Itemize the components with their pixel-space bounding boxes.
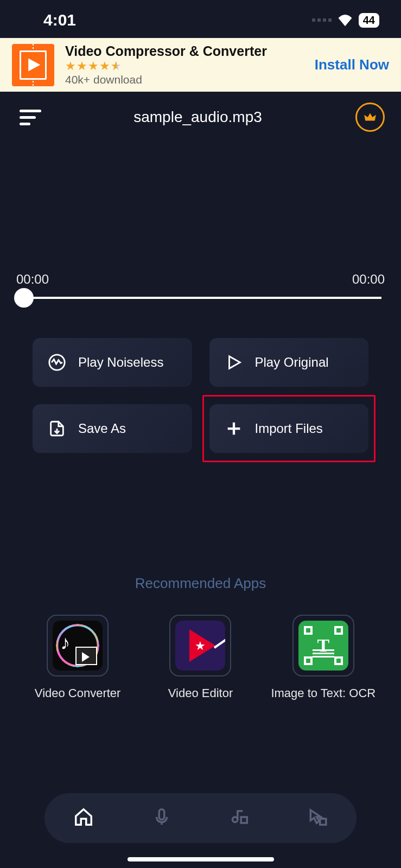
status-time: 4:01 [43, 11, 76, 29]
ad-app-icon [12, 44, 54, 86]
plus-icon [225, 419, 243, 438]
play-original-button[interactable]: Play Original [209, 338, 369, 387]
ad-text: Video Compressor & Converter ★★★★★ 40k+ … [65, 43, 304, 86]
app-name: Video Converter [35, 686, 121, 700]
menu-icon[interactable] [16, 107, 40, 127]
cursor-folder-icon [307, 807, 328, 827]
mic-icon [151, 807, 172, 827]
bottom-nav [44, 793, 357, 843]
import-files-label: Import Files [255, 421, 323, 436]
video-editor-icon: ★ [175, 621, 225, 671]
recommended-app-video-editor[interactable]: ★ Video Editor [146, 615, 254, 700]
ad-banner[interactable]: Video Compressor & Converter ★★★★★ 40k+ … [0, 38, 401, 92]
action-buttons: Play Noiseless Play Original Save As Imp… [0, 338, 401, 453]
import-files-button[interactable]: Import Files [209, 404, 369, 453]
svg-rect-1 [159, 809, 164, 820]
play-icon [225, 353, 243, 372]
time-elapsed: 00:00 [16, 272, 49, 287]
ad-title: Video Compressor & Converter [65, 43, 304, 59]
time-total: 00:00 [352, 272, 385, 287]
install-now-link[interactable]: Install Now [315, 56, 389, 73]
recommended-section: Recommended Apps ♪ Video Converter ★ Vid… [0, 575, 401, 700]
waveform-icon [48, 353, 66, 372]
home-indicator[interactable] [128, 857, 274, 861]
ocr-icon: T [298, 621, 348, 671]
video-converter-icon: ♪ [53, 621, 103, 671]
home-icon [73, 807, 94, 827]
progress-thumb[interactable] [14, 288, 34, 308]
recommended-app-image-to-text[interactable]: T Image to Text: OCR [269, 615, 378, 700]
status-bar: 4:01 44 [0, 0, 401, 38]
header: sample_audio.mp3 [0, 92, 401, 136]
save-as-button[interactable]: Save As [33, 404, 192, 453]
play-noiseless-label: Play Noiseless [78, 355, 163, 370]
battery-level: 44 [359, 13, 379, 28]
play-original-label: Play Original [255, 355, 329, 370]
import-files-highlight: Import Files [202, 395, 376, 462]
save-as-label: Save As [78, 421, 126, 436]
recommended-app-video-converter[interactable]: ♪ Video Converter [23, 615, 132, 700]
ad-downloads: 40k+ download [65, 73, 304, 86]
status-right: 44 [312, 13, 379, 28]
nav-music[interactable] [229, 807, 250, 829]
nav-mic[interactable] [151, 807, 172, 829]
save-icon [48, 419, 66, 438]
page-title: sample_audio.mp3 [133, 108, 262, 126]
app-name: Video Editor [168, 686, 233, 700]
nav-click[interactable] [307, 807, 328, 829]
star-rating-icon: ★★★★★ [65, 60, 304, 72]
status-dots-icon [312, 18, 332, 22]
premium-crown-icon[interactable] [355, 103, 385, 132]
app-name: Image to Text: OCR [271, 686, 375, 700]
recommended-title: Recommended Apps [0, 575, 401, 592]
player: 00:00 00:00 [0, 272, 401, 299]
progress-slider[interactable] [20, 297, 381, 299]
music-folder-icon [229, 807, 250, 827]
nav-home[interactable] [73, 807, 94, 829]
play-noiseless-button[interactable]: Play Noiseless [33, 338, 192, 387]
wifi-icon [337, 14, 353, 27]
